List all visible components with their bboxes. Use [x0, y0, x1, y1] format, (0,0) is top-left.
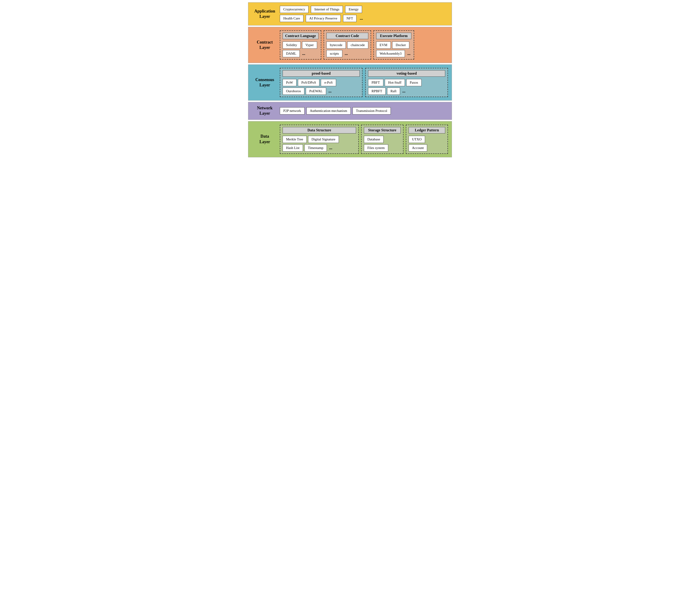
network-auth: Authentication mechanism [306, 107, 351, 115]
contract-layer: ContractLayer Contract Language Solidity… [248, 27, 452, 63]
data-layer: DataLayer Data Structure Merkle Tree Dig… [248, 121, 452, 157]
data-digital-sig: Digital Signature [308, 136, 339, 143]
network-p2p: P2P network [280, 107, 304, 115]
ledger-pattern-group: Ledger Pattern UTXO Account [406, 125, 448, 154]
application-layer-content: Cryptocurrency Internet of Things Energy… [277, 6, 448, 22]
consensus-layer-label: ConsensusLayer [252, 77, 277, 88]
consensus-raft: Raft [387, 87, 400, 95]
storage-database: Database [364, 136, 384, 143]
app-item-nft: NFT [343, 15, 357, 22]
storage-files: Files system [364, 144, 388, 152]
network-layer-content: P2P network Authentication mechanism Tra… [277, 107, 448, 115]
ledger-account: Account [409, 144, 427, 152]
app-item-ai: AI Privacy Preserve [306, 15, 341, 22]
application-layer: ApplicationLayer Cryptocurrency Internet… [248, 2, 452, 25]
data-hashlist: Hash List [283, 144, 303, 152]
consensus-ouroboros: Ouroboros [283, 87, 304, 95]
contract-lang-vyper: Vyper [302, 41, 317, 49]
execute-platform-title: Execute Platform [376, 33, 411, 39]
consensus-paxos: Paxos [406, 79, 422, 86]
contract-language-group: Contract Language Solidity Vyper DAML ..… [280, 30, 321, 59]
storage-structure-group: Storage Structure Database Files system [361, 125, 404, 154]
storage-structure-title: Storage Structure [364, 127, 401, 134]
consensus-rpbft: RPBFT [368, 87, 386, 95]
proof-based-title: proof-based [283, 70, 360, 77]
execute-dots: ... [406, 51, 411, 56]
contract-code-scripts: scripts [326, 50, 342, 57]
contract-code-group: Contract Code bytecode chaincode scripts… [323, 30, 371, 59]
ledger-pattern-title: Ledger Pattern [409, 127, 445, 134]
contract-layer-label: ContractLayer [252, 40, 277, 50]
data-structure-title: Data Structure [283, 127, 356, 134]
consensus-pbft: PBFT [368, 79, 383, 86]
execute-docker: Docker [392, 41, 409, 49]
contract-code-chaincode: chaincode [347, 41, 368, 49]
app-item-iot: Internet of Things [311, 6, 343, 13]
data-structure-group: Data Structure Merkle Tree Digital Signa… [280, 125, 359, 154]
application-layer-label: ApplicationLayer [252, 9, 277, 19]
app-item-energy: Energy [345, 6, 362, 13]
consensus-poewal: PoEWAL [306, 87, 326, 95]
contract-lang-daml: DAML [283, 50, 300, 57]
proof-based-group: proof-based PoW PoS/DPoS e-PoS Ouroboros… [280, 68, 363, 97]
contract-lang-solidity: Solidity [283, 41, 301, 49]
execute-platform-group: Execute Platform EVM Docker WebAssembly3… [374, 30, 414, 59]
contract-layer-content: Contract Language Solidity Vyper DAML ..… [277, 30, 448, 59]
network-layer: NetworkLayer P2P network Authentication … [248, 102, 452, 120]
consensus-layer-content: proof-based PoW PoS/DPoS e-PoS Ouroboros… [277, 68, 448, 97]
contract-lang-dots: ... [301, 51, 306, 56]
data-merkle: Merkle Tree [283, 136, 307, 143]
voting-based-title: voting-based [368, 70, 445, 77]
consensus-epos: e-PoS [321, 79, 336, 86]
data-layer-content: Data Structure Merkle Tree Digital Signa… [277, 125, 448, 154]
data-layer-label: DataLayer [252, 134, 277, 145]
app-dots: ... [359, 16, 364, 21]
contract-code-title: Contract Code [326, 33, 368, 39]
execute-evm: EVM [376, 41, 391, 49]
network-layer-label: NetworkLayer [252, 106, 277, 116]
ledger-utxo: UTXO [409, 136, 425, 143]
contract-code-dots: ... [344, 51, 349, 56]
voting-dots: ... [402, 89, 407, 93]
contract-code-bytecode: bytecode [326, 41, 346, 49]
data-timestamp: Timestamp [304, 144, 327, 152]
voting-based-group: voting-based PBFT Hot-Stuff Paxos RPBFT … [365, 68, 448, 97]
data-structure-dots: ... [328, 146, 333, 150]
app-item-cryptocurrency: Cryptocurrency [280, 6, 308, 13]
proof-dots: ... [327, 89, 332, 93]
network-transmission: Transmission Protocol [353, 107, 391, 115]
consensus-layer: ConsensusLayer proof-based PoW PoS/DPoS … [248, 64, 452, 101]
consensus-hotstuff: Hot-Stuff [385, 79, 405, 86]
execute-webassembly: WebAssembly3 [376, 50, 405, 57]
consensus-pow: PoW [283, 79, 296, 86]
consensus-pos: PoS/DPoS [298, 79, 319, 86]
contract-language-title: Contract Language [283, 33, 318, 39]
app-item-healthcare: Health Care [280, 15, 303, 22]
